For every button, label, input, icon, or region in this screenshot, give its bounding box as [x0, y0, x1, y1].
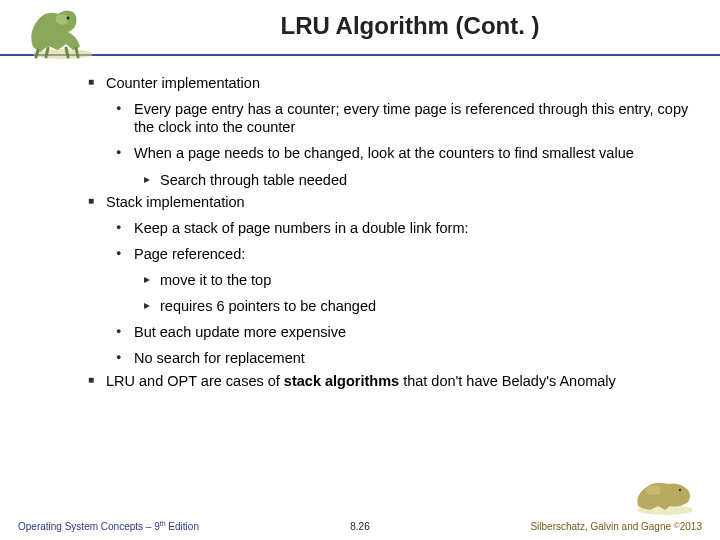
- svg-point-1: [67, 17, 70, 20]
- slide-title: LRU Algorithm (Cont. ): [120, 12, 700, 40]
- bullet-stack-impl: Stack implementation: [88, 193, 690, 211]
- bullet-stack-keep: Keep a stack of page numbers in a double…: [116, 219, 690, 237]
- dinosaur-bottom-illustration: [630, 468, 700, 516]
- text-pre: LRU and OPT are cases of: [106, 373, 284, 389]
- footer-right-pre: Silberschatz, Galvin and Gagne: [530, 521, 673, 532]
- bullet-counter-impl: Counter implementation: [88, 74, 690, 92]
- footer-left-pre: Operating System Concepts – 9: [18, 521, 160, 532]
- bullet-stack-algorithms: LRU and OPT are cases of stack algorithm…: [88, 372, 690, 390]
- footer-book-title: Operating System Concepts – 9th Edition: [18, 520, 199, 532]
- bullet-no-search: No search for replacement: [116, 349, 690, 367]
- slide-body: Counter implementation Every page entry …: [0, 56, 720, 390]
- slide-header: LRU Algorithm (Cont. ): [0, 0, 720, 56]
- text-bold-stack-algorithms: stack algorithms: [284, 373, 399, 389]
- bullet-expensive: But each update more expensive: [116, 323, 690, 341]
- slide-footer: Operating System Concepts – 9th Edition …: [0, 520, 720, 532]
- footer-authors: Silberschatz, Galvin and Gagne ©2013: [530, 521, 702, 532]
- bullet-search-table: Search through table needed: [144, 171, 690, 189]
- text-post: that don't have Belady's Anomaly: [399, 373, 616, 389]
- bullet-six-pointers: requires 6 pointers to be changed: [144, 297, 690, 315]
- footer-left-post: Edition: [166, 521, 199, 532]
- svg-point-3: [679, 489, 681, 491]
- footer-right-post: 2013: [680, 521, 702, 532]
- bullet-page-ref: Page referenced:: [116, 245, 690, 263]
- bullet-move-top: move it to the top: [144, 271, 690, 289]
- footer-page-number: 8.26: [350, 521, 369, 532]
- bullet-counter-desc: Every page entry has a counter; every ti…: [116, 100, 690, 136]
- dinosaur-top-illustration: [18, 2, 108, 60]
- bullet-counter-change: When a page needs to be changed, look at…: [116, 144, 690, 162]
